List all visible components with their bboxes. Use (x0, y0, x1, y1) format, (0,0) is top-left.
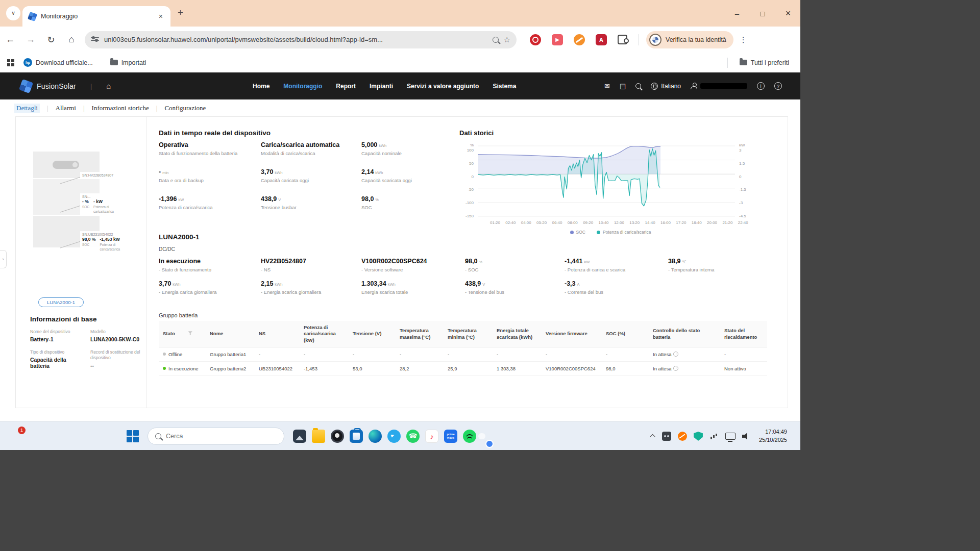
taskbar-clock[interactable]: 17:04:49 25/10/2025 (759, 428, 787, 444)
battery-knob (53, 161, 79, 169)
chart-title: Dati storici (459, 129, 762, 137)
chart-plot-area[interactable] (477, 143, 736, 219)
microsoft-store-icon[interactable] (350, 430, 363, 443)
obs-app-icon[interactable] (331, 430, 344, 443)
start-button[interactable] (127, 430, 139, 442)
bookmark-star-icon[interactable]: ☆ (504, 35, 510, 44)
table-header-row: Stato Nome NS Potenza di carica/scarica … (159, 321, 767, 347)
window-close-button[interactable]: × (783, 8, 793, 19)
menu-servizi[interactable]: Servizi a valore aggiunto (407, 83, 479, 90)
avast-extension-icon[interactable] (574, 34, 585, 45)
fusionsolar-brand[interactable]: FusionSolar | ⌂ (20, 81, 111, 92)
tab-search-chevron-icon[interactable]: ∨ (6, 6, 20, 20)
user-account[interactable] (691, 83, 747, 89)
menu-report[interactable]: Report (336, 83, 356, 90)
dcdc-software-version: V100R002C00SPC624- Versione software (361, 258, 465, 272)
widgets-button[interactable]: 1 (9, 429, 23, 443)
diagram-label-bottom: SN:UB2310054022 98,0 %SOC -1,453 kWPoten… (80, 231, 128, 253)
spotify-icon[interactable] (463, 430, 476, 443)
language-selector[interactable]: Italiano (651, 83, 681, 90)
pdf-extension-icon[interactable]: A (596, 34, 607, 45)
legend-soc[interactable]: SOC (570, 230, 585, 235)
tab-configurazione[interactable]: Configurazione (164, 104, 206, 112)
device-detail-card: SN:HV22B0524807 SN:-- - %SOC - kWPotenza… (15, 116, 788, 408)
battery-diagram: SN:HV22B0524807 SN:-- - %SOC - kWPotenza… (33, 152, 133, 274)
tab-dettagli[interactable]: Dettagli (14, 104, 40, 113)
site-info-icon[interactable] (91, 36, 99, 44)
back-button[interactable]: ← (0, 34, 20, 45)
tray-security-icon[interactable] (694, 432, 703, 441)
menu-home[interactable]: Home (253, 83, 270, 90)
power-legend-dot (597, 231, 600, 234)
menu-monitoraggio[interactable]: Monitoraggio (283, 83, 322, 90)
all-bookmarks-button[interactable]: Tutti i preferiti (727, 58, 789, 68)
panel-expander-chevron[interactable]: › (0, 250, 7, 268)
volume-icon[interactable] (742, 433, 750, 440)
whatsapp-icon[interactable]: ☎ (406, 430, 420, 443)
search-icon[interactable] (635, 83, 641, 89)
table-row: Offline Gruppo batteria1 - - - - - - - -… (159, 347, 767, 362)
stat-operating-status: OperativaStato di funzionamento della ba… (159, 141, 261, 168)
dcdc-bus-voltage: 438,9V- Tensione del bus (465, 280, 565, 295)
search-input[interactable] (166, 433, 263, 440)
apps-grid-icon[interactable] (7, 59, 14, 66)
stat-rated-capacity: 5,000kWhCapacità nominale (361, 141, 463, 168)
adblock-extension-icon[interactable] (530, 34, 541, 45)
video-extension-icon[interactable]: ▶ (552, 34, 563, 45)
dcdc-bus-current: -3,3A- Corrente del bus (565, 280, 668, 295)
url-text: uni003eu5.fusionsolar.huawei.com/uniport… (104, 36, 487, 43)
table-row: In esecuzione Gruppo batteria2 UB2310054… (159, 362, 767, 376)
folder-icon (740, 60, 747, 65)
dcdc-charge-power: -1,441kW- Potenza di carica e scarica (565, 258, 668, 272)
nav-home-icon[interactable]: ⌂ (106, 82, 111, 90)
menu-sistema[interactable]: Sistema (493, 83, 516, 90)
bookmark-imported[interactable]: Importati (110, 59, 146, 66)
chart-y-axis-left: % 100500-50-100-150 (459, 143, 477, 219)
hidden-icons-chevron[interactable] (650, 434, 655, 440)
fusionsolar-navbar: FusionSolar | ⌂ Home Monitoraggio Report… (0, 72, 800, 99)
info-icon[interactable]: i (757, 82, 765, 90)
tab-informazioni-storiche[interactable]: Informazioni storiche (92, 104, 149, 112)
chart-x-axis: 01:2002:4004:0005:2006:4008:0009:2010:40… (459, 220, 762, 225)
profile-button[interactable]: Verifica la tua identità (646, 31, 733, 48)
reload-button[interactable]: ↻ (41, 34, 61, 45)
task-list-icon[interactable]: ▤ (620, 82, 626, 90)
filter-icon[interactable] (188, 331, 192, 335)
stat-busbar-voltage: 438,9VTensione busbar (261, 195, 361, 222)
telegram-icon[interactable] (387, 430, 401, 443)
legend-power[interactable]: Potenza di carica/scarica (597, 230, 651, 235)
edge-browser-icon[interactable] (369, 430, 382, 443)
bookmark-hp[interactable]: hp Download ufficiale... (23, 58, 93, 67)
profile-avatar (649, 34, 662, 46)
tab-close-icon[interactable]: × (157, 12, 164, 20)
status-dot (163, 353, 166, 356)
extensions-puzzle-icon[interactable] (618, 35, 627, 44)
dcdc-daily-discharge: 2,15kWh- Energia scarica giornaliera (261, 280, 361, 295)
new-tab-button[interactable]: + (178, 7, 183, 18)
file-explorer-icon[interactable] (312, 430, 325, 443)
home-button[interactable]: ⌂ (61, 34, 82, 45)
zoom-icon[interactable] (493, 37, 499, 43)
browser-tab[interactable]: Monitoraggio × (22, 6, 170, 27)
window-maximize-button[interactable]: □ (757, 9, 768, 18)
tab-allarmi[interactable]: Allarmi (56, 104, 76, 112)
apple-music-icon[interactable]: ♪ (425, 430, 438, 443)
dcdc-soc: 98,0%- SOC (465, 258, 565, 272)
forward-button[interactable]: → (20, 34, 41, 45)
taskbar-search[interactable] (148, 428, 284, 445)
message-icon[interactable]: ✉ (604, 82, 610, 90)
photos-app-icon[interactable] (293, 430, 306, 443)
tray-avast-icon[interactable] (678, 432, 687, 441)
tray-controller-icon[interactable] (662, 432, 671, 441)
browser-menu-icon[interactable]: ⋮ (740, 35, 747, 44)
history-chart: Dati storici % 100500-50-100-150 kW 31.5… (459, 129, 762, 235)
tray-network-icon[interactable] (709, 432, 719, 441)
browser-titlebar: ∨ Monitoraggio × + – □ × (0, 0, 800, 27)
device-badge[interactable]: LUNA2000-1 (38, 297, 84, 307)
cast-display-icon[interactable] (725, 433, 736, 440)
url-bar[interactable]: uni003eu5.fusionsolar.huawei.com/uniport… (85, 31, 517, 48)
menu-impianti[interactable]: Impianti (370, 83, 393, 90)
help-icon[interactable]: ? (774, 82, 782, 90)
window-minimize-button[interactable]: – (732, 9, 742, 18)
prime-video-icon[interactable]: prime video (444, 430, 457, 443)
